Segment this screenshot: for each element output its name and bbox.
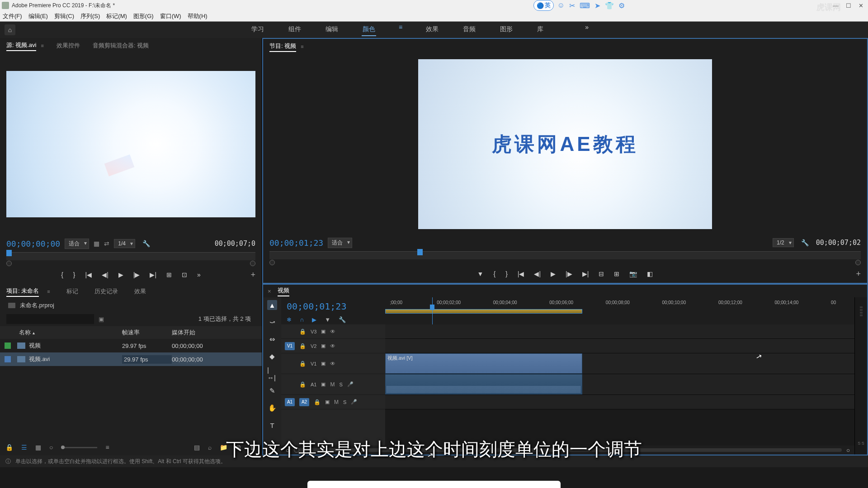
add-marker-icon[interactable]: ▼: [477, 270, 484, 277]
maximize-button[interactable]: ☐: [846, 2, 851, 9]
label-color[interactable]: [5, 356, 11, 362]
filter-icon[interactable]: ▣: [99, 316, 104, 323]
ws-overflow-icon[interactable]: »: [585, 23, 589, 36]
work-area-bar[interactable]: [385, 309, 582, 314]
pen-tool-icon[interactable]: ✎: [267, 386, 277, 396]
selection-tool-icon[interactable]: ▲: [267, 300, 277, 310]
menu-marker[interactable]: 标记(M): [106, 12, 127, 20]
video-clip[interactable]: 视频.avi [V]: [385, 353, 582, 374]
auto-sequence-icon[interactable]: ▤: [194, 444, 200, 451]
home-button[interactable]: ⌂: [5, 24, 15, 35]
source-res-select[interactable]: 1/4: [114, 239, 135, 248]
safe-margins-icon[interactable]: ▦: [94, 240, 99, 247]
list-view-icon[interactable]: ☰: [21, 444, 27, 451]
track-v2[interactable]: V1🔒V2▣👁: [281, 339, 385, 353]
close-button[interactable]: ✕: [859, 2, 863, 9]
mark-in-icon[interactable]: {: [61, 271, 63, 278]
goto-in-icon[interactable]: |◀: [518, 270, 524, 277]
track-a1[interactable]: 🔒A1▣MS🎤: [281, 374, 385, 395]
linked-sel-icon[interactable]: ∩: [300, 316, 304, 323]
menu-clip[interactable]: 剪辑(C): [54, 12, 74, 20]
tab-source[interactable]: 源: 视频.avi: [6, 40, 36, 51]
ws-color[interactable]: 颜色: [362, 23, 376, 36]
camera-icon[interactable]: 📷: [629, 270, 637, 277]
source-tab-menu-icon[interactable]: ≡: [41, 43, 43, 48]
source-monitor[interactable]: [6, 71, 255, 217]
program-timecode[interactable]: 00;00;01;23: [269, 238, 323, 248]
arrow-icon[interactable]: ➤: [594, 1, 600, 10]
lift-icon[interactable]: ⊟: [599, 270, 604, 277]
track-lanes[interactable]: 视频.avi [V]: [385, 324, 854, 446]
freeform-icon[interactable]: ○: [49, 444, 53, 451]
step-fwd-icon[interactable]: |▶: [133, 271, 140, 278]
export-frame-icon[interactable]: »: [197, 271, 201, 278]
project-row[interactable]: 视频 29.97 fps 00;00;00;00: [0, 339, 262, 352]
ws-edit[interactable]: 编辑: [325, 23, 339, 36]
ws-audio[interactable]: 音频: [462, 23, 476, 36]
ws-menu-icon[interactable]: ≡: [399, 23, 402, 36]
col-name[interactable]: 名称 ▴: [5, 328, 122, 337]
program-res-select[interactable]: 1/2: [773, 238, 794, 247]
insert-icon[interactable]: ⊞: [166, 271, 172, 278]
menu-help[interactable]: 帮助(H): [188, 12, 208, 20]
step-fwd-icon[interactable]: |▶: [566, 270, 572, 277]
track-v3[interactable]: 🔒V3▣👁: [281, 324, 385, 339]
step-back-icon[interactable]: ◀|: [102, 271, 108, 278]
ws-library[interactable]: 库: [536, 23, 544, 36]
tab-marker[interactable]: 标记: [66, 286, 78, 296]
source-ruler[interactable]: [6, 252, 255, 260]
program-scrub[interactable]: [269, 260, 861, 264]
tab-program[interactable]: 节目: 视频: [269, 41, 296, 52]
hand-tool-icon[interactable]: ✋: [267, 403, 277, 413]
icon-view-icon[interactable]: ▦: [35, 444, 41, 451]
goto-out-icon[interactable]: ▶|: [582, 270, 589, 277]
mark-out-icon[interactable]: }: [73, 271, 75, 278]
goto-out-icon[interactable]: ▶|: [150, 271, 156, 278]
zoom-slider[interactable]: [61, 447, 97, 448]
mark-out-icon[interactable]: }: [505, 270, 508, 277]
ws-assembly[interactable]: 组件: [288, 23, 302, 36]
tab-history[interactable]: 历史记录: [94, 286, 118, 296]
timeline-timecode[interactable]: 00;00;01;23: [287, 301, 380, 312]
slip-tool-icon[interactable]: |↔|: [267, 369, 277, 379]
project-tab-menu-icon[interactable]: ≡: [47, 289, 50, 294]
track-select-tool-icon[interactable]: ⤻: [267, 317, 277, 327]
type-tool-icon[interactable]: T: [267, 420, 277, 430]
ws-graphics[interactable]: 图形: [499, 23, 514, 36]
audio-clip[interactable]: [385, 374, 582, 394]
step-back-icon[interactable]: ◀|: [534, 270, 541, 277]
ripple-tool-icon[interactable]: ⇔: [267, 334, 277, 344]
source-fit-select[interactable]: 适合: [65, 239, 89, 249]
program-settings-icon[interactable]: 🔧: [801, 239, 809, 246]
gear-icon[interactable]: ⚙: [618, 1, 625, 10]
col-fps[interactable]: 帧速率: [122, 328, 172, 337]
smile-icon[interactable]: ☺: [557, 1, 565, 10]
search-input[interactable]: [6, 314, 94, 324]
track-a2[interactable]: A1A2🔒▣MS🎤: [281, 395, 385, 409]
add-button-icon[interactable]: +: [856, 269, 861, 279]
source-timecode[interactable]: 00;00;00;00: [6, 239, 60, 249]
timeline-ruler[interactable]: ;00;00 00;00;02;00 00;00;04;00 00;00;06;…: [385, 299, 854, 309]
project-row[interactable]: 视频.avi 29.97 fps 00;00;00;00: [0, 352, 262, 366]
ws-effects[interactable]: 效果: [425, 23, 439, 36]
menu-edit[interactable]: 编辑(E): [28, 12, 48, 20]
extract-icon[interactable]: ⊞: [614, 270, 619, 277]
program-ruler[interactable]: [269, 251, 861, 259]
tab-project[interactable]: 项目: 未命名: [6, 286, 39, 297]
ws-learn[interactable]: 学习: [250, 23, 265, 36]
compare-icon[interactable]: ◧: [647, 270, 653, 277]
menu-window[interactable]: 窗口(W): [160, 12, 181, 20]
tab-audio-mixer[interactable]: 音频剪辑混合器: 视频: [93, 41, 149, 51]
source-arrows-icon[interactable]: ⇄: [104, 240, 109, 247]
keyboard-icon[interactable]: ⌨: [580, 1, 590, 10]
razor-tool-icon[interactable]: ◆: [267, 352, 277, 361]
mark-in-icon[interactable]: {: [493, 270, 495, 277]
play-icon[interactable]: ▶: [551, 270, 556, 277]
goto-in-icon[interactable]: |◀: [85, 271, 92, 278]
tab-effect-controls[interactable]: 效果控件: [57, 41, 80, 51]
find-icon[interactable]: ⌕: [208, 444, 212, 451]
program-monitor[interactable]: 虎课网AE教程: [418, 59, 712, 229]
menu-graphic[interactable]: 图形(G): [133, 12, 154, 20]
settings-icon[interactable]: 🔧: [339, 316, 346, 323]
tab-effects[interactable]: 效果: [134, 286, 146, 296]
